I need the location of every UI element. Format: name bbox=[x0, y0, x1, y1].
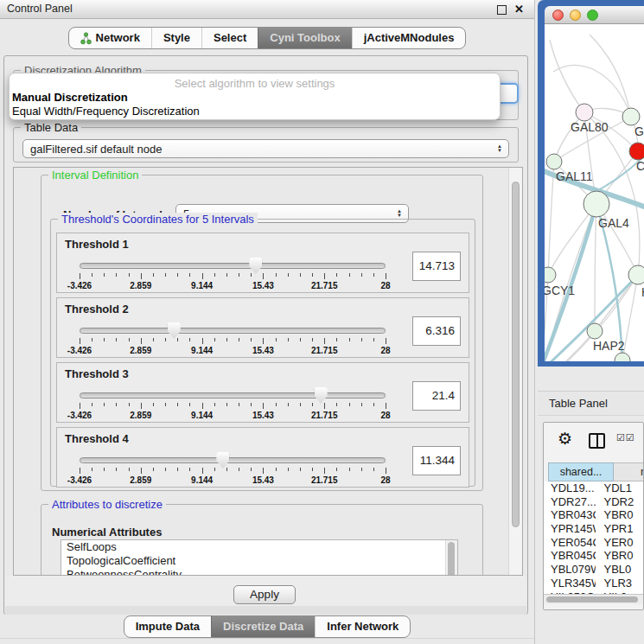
threshold-3-value-input[interactable]: 21.4 bbox=[412, 381, 461, 411]
slider-track[interactable] bbox=[80, 328, 386, 334]
tab-cyni-toolbox[interactable]: Cyni Toolbox bbox=[258, 28, 351, 48]
close-icon[interactable]: ✕ bbox=[514, 0, 524, 18]
column-header-name[interactable]: n bbox=[614, 462, 644, 481]
cell: YER054C bbox=[544, 536, 596, 550]
list-item[interactable]: TopologicalCoefficient bbox=[61, 554, 457, 568]
tick-label: 2.859 bbox=[130, 411, 151, 420]
table-row[interactable]: YBR043CYBR0 bbox=[544, 508, 643, 522]
network-node[interactable] bbox=[629, 143, 644, 160]
panel-scrollbar[interactable] bbox=[508, 168, 522, 575]
network-node[interactable] bbox=[628, 265, 644, 284]
slider-track[interactable] bbox=[80, 457, 386, 463]
tick-mark bbox=[226, 468, 227, 471]
gear-icon[interactable]: ⚙ bbox=[558, 429, 572, 449]
network-node[interactable] bbox=[587, 323, 603, 339]
tick-mark bbox=[141, 468, 142, 474]
popup-option-equal-width[interactable]: Equal Width/Frequency Discretization bbox=[10, 105, 500, 118]
tab-network[interactable]: Network bbox=[69, 28, 151, 48]
list-scrollbar[interactable] bbox=[445, 540, 457, 576]
table-row[interactable]: YBR045CYBR0 bbox=[544, 549, 643, 563]
select-columns-icon[interactable]: ☑☑ bbox=[616, 432, 635, 443]
threshold-2-slider[interactable]: -3.4262.8599.14415.4321.71528 bbox=[80, 324, 386, 357]
tick-mark bbox=[288, 273, 289, 277]
tab-style[interactable]: Style bbox=[151, 28, 201, 48]
slider-thumb[interactable] bbox=[168, 322, 181, 339]
apply-button[interactable]: Apply bbox=[233, 585, 296, 604]
tick-mark bbox=[263, 338, 264, 344]
zoom-traffic-light-icon[interactable] bbox=[587, 10, 598, 21]
network-node[interactable] bbox=[546, 154, 562, 169]
control-panel-titlebar[interactable]: Control Panel ✕ bbox=[0, 0, 534, 19]
network-canvas[interactable]: GAL80G.CGAL11GAL4GCY1HHAP2 bbox=[545, 24, 644, 361]
tab-discretize-data-label: Discretize Data bbox=[223, 616, 303, 637]
tick-mark bbox=[386, 403, 386, 409]
threshold-4-slider[interactable]: -3.4262.8599.14415.4321.71528 bbox=[80, 454, 386, 487]
tick-mark bbox=[177, 338, 178, 341]
column-view-icon[interactable] bbox=[589, 433, 605, 449]
table-panel-titlebar[interactable]: Table Panel bbox=[538, 391, 644, 416]
tick-label: 28 bbox=[380, 346, 390, 355]
tick-label: 28 bbox=[380, 411, 390, 420]
network-window-titlebar[interactable] bbox=[545, 6, 644, 24]
tick-mark bbox=[288, 468, 289, 471]
threshold-1-value-input[interactable]: 14.713 bbox=[412, 252, 461, 281]
tick-mark bbox=[189, 468, 190, 471]
threshold-1-slider[interactable]: -3.4262.8599.14415.4321.71528 bbox=[80, 259, 386, 292]
slider-thumb[interactable] bbox=[249, 258, 262, 274]
tick-mark bbox=[153, 468, 154, 471]
column-header-shared[interactable]: shared... bbox=[548, 462, 614, 481]
close-traffic-light-icon[interactable] bbox=[552, 10, 564, 21]
network-node[interactable] bbox=[615, 353, 630, 361]
threshold-2-value-input[interactable]: 6.316 bbox=[412, 316, 461, 346]
network-node[interactable] bbox=[622, 108, 640, 125]
tab-jactivemnodules[interactable]: jActiveMNodules bbox=[352, 28, 466, 48]
cell: YDR2 bbox=[596, 495, 643, 509]
table-row[interactable]: YPR145WYPR1 bbox=[544, 522, 643, 536]
tab-select[interactable]: Select bbox=[201, 28, 258, 48]
slider-track[interactable] bbox=[80, 392, 386, 399]
threshold-4-value-input[interactable]: 11.344 bbox=[412, 446, 461, 475]
network-node[interactable] bbox=[545, 267, 556, 283]
tick-label: -3.426 bbox=[67, 346, 92, 355]
slider-thumb[interactable] bbox=[315, 387, 328, 404]
network-node[interactable] bbox=[583, 191, 609, 217]
tick-label: 28 bbox=[380, 475, 390, 485]
table-row[interactable]: YLR345WYLR3 bbox=[544, 577, 643, 590]
tick-mark bbox=[386, 468, 386, 474]
list-item[interactable]: BetweennessCentrality bbox=[61, 568, 457, 576]
tab-infer-network[interactable]: Infer Network bbox=[315, 616, 410, 637]
table-row[interactable]: YER054CYER0 bbox=[544, 536, 643, 550]
cell: YER0 bbox=[596, 536, 643, 550]
scrollbar-thumb[interactable] bbox=[448, 542, 455, 576]
table-row[interactable]: YDR27...YDR2 bbox=[544, 495, 643, 509]
tick-mark bbox=[226, 273, 227, 277]
slider-track[interactable] bbox=[80, 263, 386, 269]
threshold-1-block: Threshold 1 -3.4262.8599.14415.4321.7152… bbox=[56, 233, 469, 293]
tab-discretize-data[interactable]: Discretize Data bbox=[211, 616, 315, 637]
table-row[interactable]: YBL079WYBL0 bbox=[544, 563, 643, 577]
tick-mark bbox=[80, 273, 80, 279]
tick-mark bbox=[288, 403, 289, 406]
network-node[interactable] bbox=[576, 104, 593, 121]
node-label: GAL80 bbox=[571, 120, 609, 134]
tab-impute-data[interactable]: Impute Data bbox=[124, 616, 211, 637]
table-row[interactable]: YDL19...YDL1 bbox=[544, 481, 643, 495]
slider-thumb[interactable] bbox=[216, 452, 229, 469]
popup-option-manual[interactable]: Manual Discretization bbox=[10, 91, 500, 105]
network-icon bbox=[80, 32, 92, 45]
float-window-icon[interactable] bbox=[497, 5, 507, 15]
horizontal-scrollbar[interactable] bbox=[544, 594, 643, 604]
tick-mark bbox=[214, 273, 215, 277]
table-data-label: Table Data bbox=[21, 121, 81, 134]
list-item[interactable]: SelfLoops bbox=[61, 540, 457, 554]
scrollbar-thumb[interactable] bbox=[512, 182, 520, 527]
tick-mark bbox=[129, 403, 130, 406]
minimize-traffic-light-icon[interactable] bbox=[570, 10, 581, 21]
column-divider bbox=[596, 435, 598, 447]
scrollbar-thumb[interactable] bbox=[546, 596, 638, 603]
tick-mark bbox=[165, 403, 166, 406]
threshold-3-slider[interactable]: -3.4262.8599.14415.4321.71528 bbox=[80, 389, 386, 422]
cyni-toolbox-panel: Discretization Algorithm Table Data galF… bbox=[3, 55, 528, 615]
tick-mark bbox=[141, 403, 142, 409]
table-data-combobox[interactable]: galFiltered.sif default node ▲▼ bbox=[22, 139, 509, 158]
